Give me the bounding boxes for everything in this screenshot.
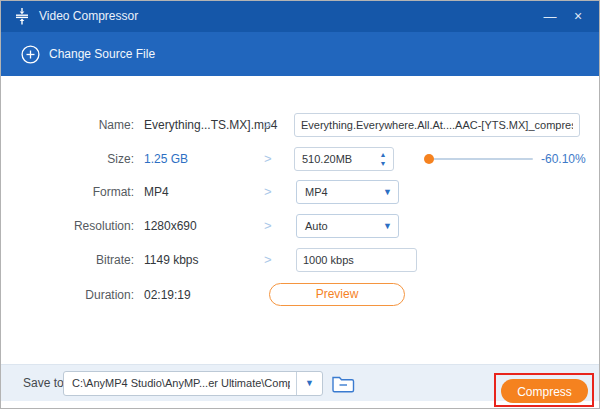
change-source-file-button[interactable]: Change Source File bbox=[21, 43, 155, 65]
bitrate-input[interactable] bbox=[296, 248, 417, 272]
spinner-up-icon[interactable]: ▲ bbox=[377, 150, 389, 159]
compressor-app-icon bbox=[13, 7, 31, 25]
resolution-label: Resolution: bbox=[31, 213, 134, 239]
dropdown-arrow-icon: ▼ bbox=[383, 215, 392, 237]
duration-source-value: 02:19:19 bbox=[144, 282, 191, 308]
spinner-buttons: ▲ ▼ bbox=[377, 150, 389, 168]
name-row: Name: Everything...TS.MX].mp4 > bbox=[1, 112, 599, 138]
name-label: Name: bbox=[31, 112, 134, 138]
resolution-selected-value: Auto bbox=[305, 215, 328, 237]
resolution-dropdown[interactable]: Auto ▼ bbox=[296, 214, 399, 238]
bitrate-source-value: 1149 kbps bbox=[144, 247, 199, 273]
chevron-right-icon: > bbox=[264, 146, 272, 172]
duration-label: Duration: bbox=[31, 282, 134, 308]
titlebar: Video Compressor — × bbox=[1, 1, 599, 32]
form-content: Name: Everything...TS.MX].mp4 > Size: 1.… bbox=[1, 76, 599, 364]
size-slider[interactable] bbox=[425, 146, 533, 172]
change-source-file-label: Change Source File bbox=[49, 47, 155, 61]
bitrate-label: Bitrate: bbox=[31, 247, 134, 273]
close-icon[interactable]: × bbox=[563, 1, 593, 32]
bitrate-row: Bitrate: 1149 kbps > bbox=[1, 247, 599, 273]
chevron-right-icon: > bbox=[264, 247, 272, 273]
compression-percent: -60.10% bbox=[541, 146, 586, 172]
size-source-value: 1.25 GB bbox=[144, 146, 188, 172]
slider-track[interactable] bbox=[425, 158, 533, 160]
slider-knob[interactable] bbox=[424, 154, 434, 164]
save-to-label: Save to: bbox=[23, 365, 67, 402]
format-label: Format: bbox=[31, 179, 134, 205]
plus-circle-icon bbox=[21, 45, 40, 64]
dropdown-arrow-icon: ▼ bbox=[383, 181, 392, 203]
format-selected-value: MP4 bbox=[305, 181, 328, 203]
resolution-source-value: 1280x690 bbox=[144, 213, 197, 239]
size-spinner-input[interactable]: 510.20MB ▲ ▼ bbox=[294, 147, 394, 171]
save-path-dropdown[interactable]: C:\AnyMP4 Studio\AnyMP...er Ultimate\Com… bbox=[63, 371, 323, 396]
format-dropdown[interactable]: MP4 ▼ bbox=[296, 180, 399, 204]
video-compressor-window: Video Compressor — × Change Source File … bbox=[0, 0, 600, 409]
chevron-right-icon: > bbox=[264, 112, 272, 138]
output-name-input[interactable] bbox=[294, 113, 580, 137]
compress-button[interactable]: Compress bbox=[501, 379, 588, 403]
resolution-row: Resolution: 1280x690 > Auto ▼ bbox=[1, 213, 599, 239]
duration-row: Duration: 02:19:19 Preview bbox=[1, 282, 599, 308]
subheader: Change Source File bbox=[1, 32, 599, 76]
format-row: Format: MP4 > MP4 ▼ bbox=[1, 179, 599, 205]
minimize-icon[interactable]: — bbox=[535, 1, 565, 32]
preview-button[interactable]: Preview bbox=[269, 283, 405, 306]
name-source-value: Everything...TS.MX].mp4 bbox=[144, 112, 277, 138]
dropdown-arrow-icon[interactable]: ▼ bbox=[296, 372, 322, 395]
save-path-value: C:\AnyMP4 Studio\AnyMP...er Ultimate\Com… bbox=[72, 372, 290, 395]
size-row: Size: 1.25 GB > 510.20MB ▲ ▼ -60.10% bbox=[1, 146, 599, 172]
format-source-value: MP4 bbox=[144, 179, 169, 205]
window-title: Video Compressor bbox=[39, 1, 138, 32]
open-folder-icon[interactable] bbox=[331, 373, 355, 394]
chevron-right-icon: > bbox=[264, 213, 272, 239]
size-label: Size: bbox=[31, 146, 134, 172]
spinner-down-icon[interactable]: ▼ bbox=[377, 159, 389, 168]
size-value: 510.20MB bbox=[302, 148, 352, 170]
chevron-right-icon: > bbox=[264, 179, 272, 205]
